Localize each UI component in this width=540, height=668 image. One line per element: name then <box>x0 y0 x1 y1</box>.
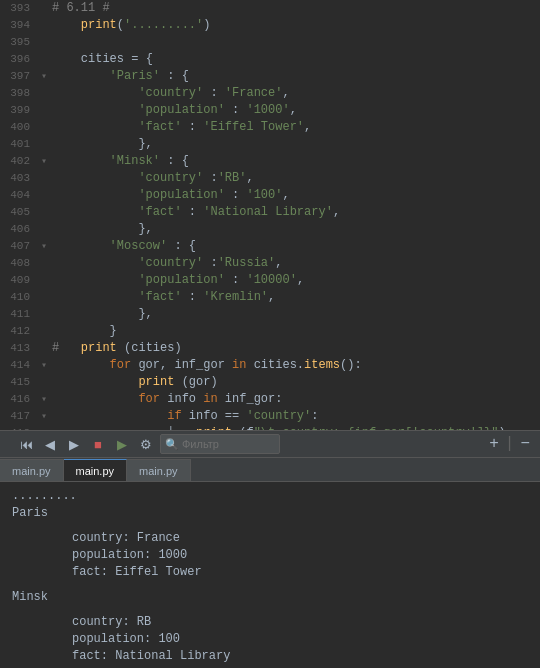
line-number: 405 <box>0 204 38 221</box>
fold-arrow[interactable]: ▾ <box>38 391 50 408</box>
line-number: 406 <box>0 221 38 238</box>
line-number: 416 <box>0 391 38 408</box>
code-line: 413# print (cities) <box>0 340 540 357</box>
code-line: 406 }, <box>0 221 540 238</box>
line-number: 399 <box>0 102 38 119</box>
tab-mainpy-0[interactable]: main.py <box>0 459 64 481</box>
line-number: 403 <box>0 170 38 187</box>
code-line: 404 'population' : '100', <box>0 187 540 204</box>
line-number: 393 <box>0 0 38 17</box>
code-line: 410 'fact' : 'Kremlin', <box>0 289 540 306</box>
code-content: } <box>50 323 540 340</box>
output-city-name: Minsk <box>12 589 528 606</box>
code-content: │ print (f"\t country: {inf_gor['country… <box>50 425 540 430</box>
code-line: 398 'country' : 'France', <box>0 85 540 102</box>
toolbar: ⏮ ◀ ▶ ■ ▶ ⚙ 🔍 + | − <box>0 430 540 458</box>
code-line: 405 'fact' : 'National Library', <box>0 204 540 221</box>
code-content: print (gor) <box>50 374 540 391</box>
code-line: 400 'fact' : 'Eiffel Tower', <box>0 119 540 136</box>
code-content: # 6.11 # <box>50 0 540 17</box>
code-line: 403 'country' :'RB', <box>0 170 540 187</box>
code-content: cities = { <box>50 51 540 68</box>
code-content: }, <box>50 221 540 238</box>
line-number: 400 <box>0 119 38 136</box>
line-number: 408 <box>0 255 38 272</box>
fold-arrow[interactable]: ▾ <box>38 357 50 374</box>
line-number: 418 <box>0 425 38 430</box>
toolbar-btn-settings[interactable]: ⚙ <box>136 434 156 454</box>
line-number: 410 <box>0 289 38 306</box>
toolbar-btn-rerun[interactable]: ⏮ <box>16 434 36 454</box>
fold-arrow[interactable]: ▾ <box>38 68 50 85</box>
search-icon: 🔍 <box>165 438 179 451</box>
code-line: 397▾ 'Paris' : { <box>0 68 540 85</box>
toolbar-search-box: 🔍 <box>160 434 280 454</box>
filter-input[interactable] <box>182 438 275 450</box>
code-content: 'country' : 'France', <box>50 85 540 102</box>
code-content: 'population' : '10000', <box>50 272 540 289</box>
code-content: }, <box>50 136 540 153</box>
line-number: 415 <box>0 374 38 391</box>
line-number: 417 <box>0 408 38 425</box>
expand-icon[interactable]: + <box>485 436 503 452</box>
code-line: 395 <box>0 34 540 51</box>
sep: | <box>505 435 515 453</box>
code-line: 401 }, <box>0 136 540 153</box>
code-content: if info == 'country': <box>50 408 540 425</box>
output-detail: population: 100 <box>72 631 528 648</box>
toolbar-btn-debug[interactable]: ▶ <box>112 434 132 454</box>
code-line: 416▾ for info in inf_gor: <box>0 391 540 408</box>
tab-mainpy-2[interactable]: main.py <box>127 459 191 481</box>
code-content: for gor, inf_gor in cities.items(): <box>50 357 540 374</box>
code-content: 'fact' : 'Eiffel Tower', <box>50 119 540 136</box>
output-dots: ......... <box>12 488 528 505</box>
code-line: 414▾ for gor, inf_gor in cities.items(): <box>0 357 540 374</box>
output-detail: country: France <box>72 530 528 547</box>
fold-arrow[interactable]: ▾ <box>38 408 50 425</box>
line-number: 397 <box>0 68 38 85</box>
code-line: 407▾ 'Moscow' : { <box>0 238 540 255</box>
line-number: 413 <box>0 340 38 357</box>
code-content: print('.........') <box>50 17 540 34</box>
tab-mainpy-1[interactable]: main.py <box>64 459 128 481</box>
output-detail: fact: National Library <box>72 648 528 665</box>
line-number: 409 <box>0 272 38 289</box>
code-content: 'fact' : 'Kremlin', <box>50 289 540 306</box>
code-content: 'fact' : 'National Library', <box>50 204 540 221</box>
code-content: 'population' : '100', <box>50 187 540 204</box>
toolbar-btn-play[interactable]: ▶ <box>64 434 84 454</box>
code-line: 399 'population' : '1000', <box>0 102 540 119</box>
code-content: # print (cities) <box>50 340 540 357</box>
fold-arrow[interactable]: ▾ <box>38 238 50 255</box>
code-line: 411 }, <box>0 306 540 323</box>
collapse-icon[interactable]: − <box>516 436 534 452</box>
code-line: 412 } <box>0 323 540 340</box>
line-number: 407 <box>0 238 38 255</box>
fold-arrow[interactable]: ▾ <box>38 153 50 170</box>
code-line: 394 print('.........') <box>0 17 540 34</box>
code-editor: 393# 6.11 #394 print('.........')395 396… <box>0 0 540 430</box>
toolbar-btn-stop[interactable]: ■ <box>88 434 108 454</box>
line-number: 414 <box>0 357 38 374</box>
code-line: 393# 6.11 # <box>0 0 540 17</box>
code-content: 'Paris' : { <box>50 68 540 85</box>
output-detail: population: 1000 <box>72 547 528 564</box>
toolbar-btn-prev[interactable]: ◀ <box>40 434 60 454</box>
code-line: 408 'country' :'Russia', <box>0 255 540 272</box>
code-line: 402▾ 'Minsk' : { <box>0 153 540 170</box>
code-content: 'Minsk' : { <box>50 153 540 170</box>
code-content: for info in inf_gor: <box>50 391 540 408</box>
line-number: 404 <box>0 187 38 204</box>
line-number: 401 <box>0 136 38 153</box>
code-content: 'Moscow' : { <box>50 238 540 255</box>
code-content: 'population' : '1000', <box>50 102 540 119</box>
line-number: 411 <box>0 306 38 323</box>
line-number: 395 <box>0 34 38 51</box>
line-number: 412 <box>0 323 38 340</box>
output-area: .........Pariscountry: Francepopulation:… <box>0 482 540 668</box>
code-line: 415 print (gor) <box>0 374 540 391</box>
code-content: }, <box>50 306 540 323</box>
line-number: 396 <box>0 51 38 68</box>
tabs-bar: main.pymain.pymain.py <box>0 458 540 482</box>
code-line: 396 cities = { <box>0 51 540 68</box>
